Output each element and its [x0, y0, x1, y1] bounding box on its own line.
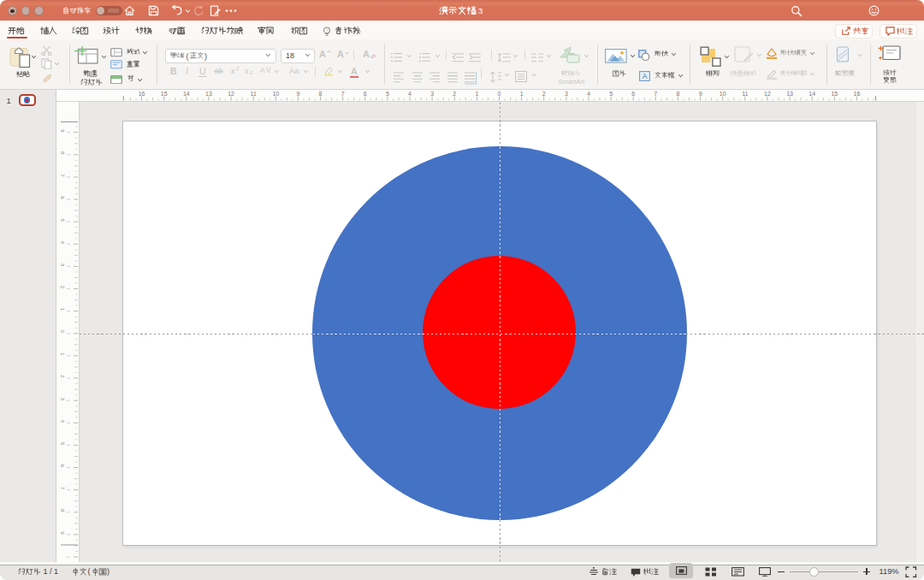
svg-text:1: 1 — [60, 352, 66, 356]
svg-text:5: 5 — [60, 442, 66, 446]
svg-text:9: 9 — [60, 129, 66, 133]
svg-text:5: 5 — [60, 218, 66, 222]
svg-text:2: 2 — [60, 286, 66, 289]
svg-text:6: 6 — [60, 465, 66, 468]
svg-text:4: 4 — [60, 420, 66, 423]
svg-text:0: 0 — [60, 330, 66, 334]
svg-text:8: 8 — [60, 151, 66, 155]
svg-text:1: 1 — [60, 308, 66, 311]
svg-text:4: 4 — [60, 241, 66, 245]
svg-text:3: 3 — [60, 263, 66, 267]
svg-text:8: 8 — [60, 509, 66, 512]
svg-text:6: 6 — [60, 196, 66, 199]
svg-text:7: 7 — [60, 487, 66, 490]
svg-text:3: 3 — [60, 397, 66, 400]
svg-text:7: 7 — [60, 174, 66, 177]
svg-text:9: 9 — [60, 531, 66, 535]
svg-text:2: 2 — [60, 375, 66, 378]
